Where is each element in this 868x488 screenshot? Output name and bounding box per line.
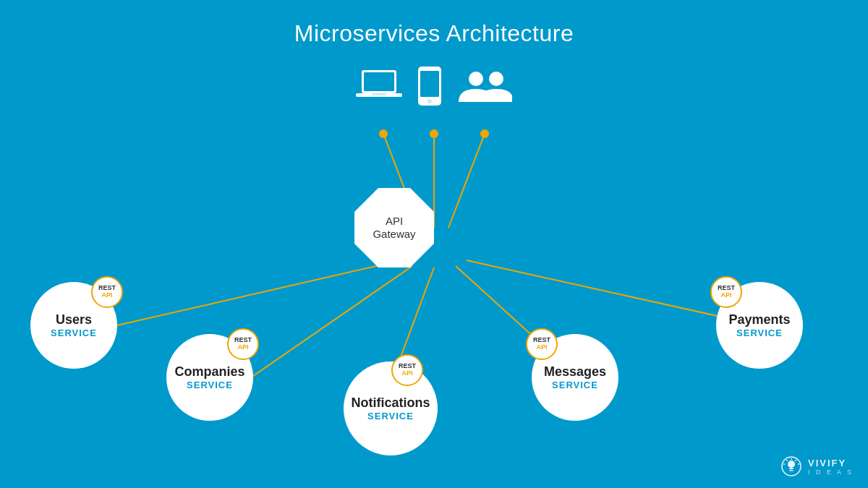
messages-service-name: Messages — [544, 364, 606, 380]
svg-line-14 — [448, 134, 485, 228]
svg-line-25 — [786, 460, 788, 461]
payments-service-label: SERVICE — [736, 328, 783, 338]
svg-point-21 — [788, 461, 795, 468]
page-title: Microservices Architecture — [0, 0, 868, 47]
api-gateway: API Gateway — [354, 188, 434, 267]
svg-point-11 — [480, 129, 489, 138]
notifications-service-label: SERVICE — [367, 411, 414, 421]
payments-service: REST API Payments SERVICE — [716, 282, 803, 369]
users-service-name: Users — [56, 312, 92, 328]
vivify-logo-icon — [780, 455, 802, 477]
api-label: API — [536, 344, 547, 351]
svg-rect-22 — [789, 468, 793, 469]
laptop-icon — [356, 67, 402, 105]
messages-service-label: SERVICE — [552, 380, 598, 390]
svg-point-6 — [427, 99, 432, 103]
svg-line-15 — [117, 260, 401, 325]
watermark: VIVIFY I D E A S — [780, 455, 854, 477]
notifications-service: REST API Notifications SERVICE — [344, 361, 438, 455]
companies-service: REST API Companies SERVICE — [166, 334, 253, 421]
brand-name: VIVIFY — [808, 458, 854, 468]
svg-line-16 — [253, 266, 412, 376]
payments-service-name: Payments — [728, 312, 790, 328]
api-label: API — [101, 292, 112, 299]
users-service: REST API Users SERVICE — [30, 282, 117, 369]
svg-point-7 — [469, 72, 483, 86]
svg-point-9 — [379, 129, 388, 138]
svg-rect-3 — [372, 93, 386, 95]
users-icon — [457, 67, 512, 105]
brand-sub: I D E A S — [808, 468, 854, 476]
clients-area — [356, 65, 512, 107]
companies-service-label: SERVICE — [187, 380, 233, 390]
mobile-icon — [417, 65, 443, 107]
svg-line-27 — [795, 460, 796, 461]
svg-point-8 — [489, 72, 503, 86]
api-label: API — [401, 370, 412, 377]
svg-rect-23 — [789, 470, 793, 471]
svg-rect-1 — [364, 72, 394, 91]
companies-service-name: Companies — [174, 364, 244, 380]
notifications-service-name: Notifications — [351, 395, 430, 411]
svg-rect-5 — [420, 71, 439, 97]
users-service-label: SERVICE — [51, 328, 97, 338]
svg-point-10 — [430, 129, 438, 138]
api-label: API — [237, 344, 248, 351]
api-label: API — [720, 292, 731, 299]
messages-service: REST API Messages SERVICE — [532, 334, 618, 421]
